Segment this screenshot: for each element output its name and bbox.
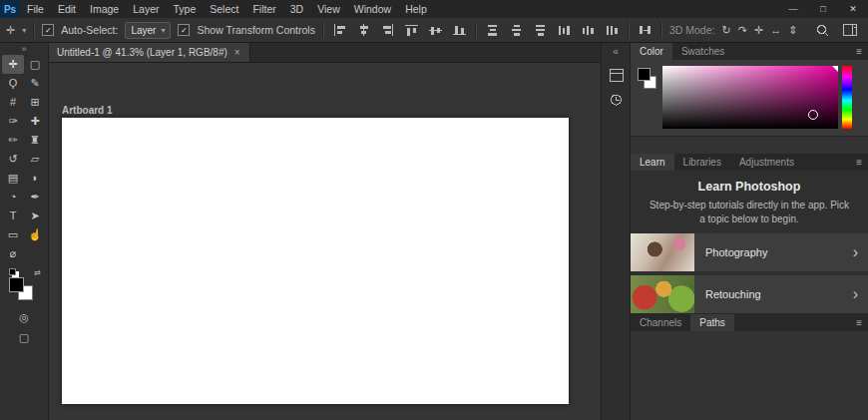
default-colors-icon[interactable] bbox=[9, 268, 16, 275]
panel-foreground-swatch[interactable] bbox=[638, 68, 651, 81]
align-bottom-edges-icon[interactable] bbox=[451, 22, 468, 39]
drag-3d-icon[interactable]: ✛ bbox=[754, 25, 763, 36]
blur-tool[interactable]: ◗ bbox=[24, 169, 46, 188]
screen-mode-button[interactable]: ▢ bbox=[19, 331, 29, 344]
3d-mode-label: 3D Mode: bbox=[669, 24, 715, 36]
toolbar-collapse-icon[interactable]: » bbox=[0, 43, 48, 55]
search-icon[interactable] bbox=[814, 22, 831, 39]
menu-help[interactable]: Help bbox=[398, 0, 434, 18]
quick-mask-button[interactable]: ◎ bbox=[19, 311, 29, 324]
tool-preset-dropdown-arrow-icon[interactable]: ▾ bbox=[22, 26, 26, 35]
minimize-button[interactable]: — bbox=[778, 0, 808, 18]
clone-stamp-tool[interactable]: ♜ bbox=[24, 131, 46, 150]
collapsed-panel-icon-top[interactable] bbox=[607, 66, 625, 84]
learn-description: Step-by-step tutorials directly in the a… bbox=[647, 199, 852, 226]
align-horizontal-centers-icon[interactable] bbox=[355, 22, 372, 39]
align-right-edges-icon[interactable] bbox=[379, 22, 396, 39]
align-top-edges-icon[interactable] bbox=[403, 22, 420, 39]
distribute-right-edges-icon[interactable] bbox=[604, 22, 621, 39]
maximize-button[interactable]: □ bbox=[808, 0, 838, 18]
titlebar: Ps File Edit Image Layer Type Select Fil… bbox=[0, 0, 868, 18]
paths-panel-menu-icon[interactable]: ≡ bbox=[850, 314, 868, 331]
menu-window[interactable]: Window bbox=[347, 0, 398, 18]
expand-panels-icon[interactable]: « bbox=[602, 45, 630, 59]
tab-adjustments[interactable]: Adjustments bbox=[730, 154, 803, 171]
lasso-tool[interactable]: Ϙ bbox=[2, 74, 24, 93]
gradient-tool[interactable]: ▤ bbox=[2, 169, 24, 188]
distribute-horizontal-centers-icon[interactable] bbox=[580, 22, 597, 39]
document-tab[interactable]: Untitled-1 @ 41.3% (Layer 1, RGB/8#) × bbox=[48, 43, 250, 62]
chevron-right-icon: › bbox=[853, 243, 858, 261]
auto-select-checkbox[interactable]: ✓ bbox=[42, 24, 54, 36]
tab-paths[interactable]: Paths bbox=[690, 314, 734, 331]
tab-color[interactable]: Color bbox=[631, 43, 672, 60]
show-transform-checkbox[interactable]: ✓ bbox=[178, 24, 190, 36]
artboard[interactable] bbox=[62, 118, 569, 404]
document-area: Untitled-1 @ 41.3% (Layer 1, RGB/8#) × A… bbox=[48, 43, 603, 420]
rectangle-tool[interactable]: ▭ bbox=[2, 225, 24, 244]
swap-colors-icon[interactable]: ⇄ bbox=[34, 268, 41, 277]
brush-tool[interactable]: ✏ bbox=[2, 131, 24, 150]
eraser-tool[interactable]: ▱ bbox=[24, 150, 46, 169]
scale-3d-icon[interactable]: ⇕ bbox=[788, 25, 797, 36]
align-left-edges-icon[interactable] bbox=[331, 22, 348, 39]
hue-slider[interactable] bbox=[842, 66, 852, 129]
tab-channels[interactable]: Channels bbox=[631, 314, 690, 331]
current-tool-icon[interactable]: ✛ bbox=[6, 25, 15, 36]
distribute-bottom-edges-icon[interactable] bbox=[532, 22, 549, 39]
menu-view[interactable]: View bbox=[310, 0, 347, 18]
menu-type[interactable]: Type bbox=[166, 0, 203, 18]
menu-layer[interactable]: Layer bbox=[126, 0, 166, 18]
crop-tool[interactable]: # bbox=[2, 93, 24, 112]
spectrum-corner-marker bbox=[832, 66, 838, 72]
slide-3d-icon[interactable]: ↔ bbox=[770, 25, 781, 36]
tab-learn[interactable]: Learn bbox=[631, 154, 674, 171]
foreground-color-swatch[interactable] bbox=[9, 277, 24, 292]
tab-libraries[interactable]: Libraries bbox=[674, 154, 730, 171]
align-vertical-centers-icon[interactable] bbox=[427, 22, 444, 39]
tab-swatches[interactable]: Swatches bbox=[672, 43, 733, 60]
roll-3d-icon[interactable]: ↷ bbox=[738, 25, 747, 36]
pen-tool[interactable]: ✒ bbox=[24, 188, 46, 207]
distribute-spacing-icon[interactable] bbox=[637, 22, 653, 39]
close-button[interactable]: ✕ bbox=[838, 0, 868, 18]
move-tool[interactable]: ✛ bbox=[2, 55, 24, 74]
menu-edit[interactable]: Edit bbox=[51, 0, 83, 18]
artboard-label[interactable]: Artboard 1 bbox=[62, 105, 113, 116]
tab-close-icon[interactable]: × bbox=[234, 47, 240, 58]
distribute-left-edges-icon[interactable] bbox=[556, 22, 573, 39]
collapsed-panel-icon-bottom[interactable] bbox=[607, 91, 625, 109]
history-brush-tool[interactable]: ↺ bbox=[2, 150, 24, 169]
menu-3d[interactable]: 3D bbox=[283, 0, 310, 18]
color-picker-cursor[interactable] bbox=[808, 110, 818, 120]
path-selection-tool[interactable]: ➤ bbox=[24, 207, 46, 225]
learn-item-photography[interactable]: Photography › bbox=[631, 233, 868, 271]
color-panel-tabbar: Color Swatches ≡ bbox=[631, 43, 868, 60]
learn-item-retouching[interactable]: Retouching › bbox=[631, 275, 868, 313]
learn-panel-menu-icon[interactable]: ≡ bbox=[850, 154, 868, 171]
auto-select-value: Layer bbox=[131, 25, 156, 36]
dodge-tool[interactable]: ◔ bbox=[2, 188, 24, 207]
distribute-top-edges-icon[interactable] bbox=[484, 22, 501, 39]
color-panel-menu-icon[interactable]: ≡ bbox=[850, 43, 868, 60]
spot-healing-brush-tool[interactable]: ✚ bbox=[24, 112, 46, 131]
menu-image[interactable]: Image bbox=[83, 0, 126, 18]
eyedropper-tool[interactable]: ✑ bbox=[2, 112, 24, 131]
frame-tool[interactable]: ⊞ bbox=[24, 93, 46, 112]
orbit-3d-icon[interactable]: ↻ bbox=[721, 25, 730, 36]
rectangular-marquee-tool[interactable]: ▢ bbox=[24, 55, 46, 74]
zoom-tool[interactable]: ⌀ bbox=[2, 244, 24, 263]
auto-select-dropdown[interactable]: Layer ▾ bbox=[125, 22, 171, 39]
quick-selection-tool[interactable]: ✎ bbox=[24, 74, 46, 93]
learn-item-label: Photography bbox=[705, 246, 767, 258]
menu-select[interactable]: Select bbox=[203, 0, 245, 18]
menu-file[interactable]: File bbox=[20, 0, 51, 18]
distribute-vertical-centers-icon[interactable] bbox=[508, 22, 525, 39]
type-tool[interactable]: T bbox=[2, 207, 24, 225]
canvas-pasteboard[interactable]: Artboard 1 bbox=[48, 62, 603, 420]
hand-tool[interactable]: ☝ bbox=[24, 225, 46, 244]
color-spectrum-picker[interactable] bbox=[662, 66, 838, 129]
divider bbox=[660, 22, 662, 38]
workspace-switcher-icon[interactable] bbox=[841, 22, 858, 39]
menu-filter[interactable]: Filter bbox=[245, 0, 282, 18]
